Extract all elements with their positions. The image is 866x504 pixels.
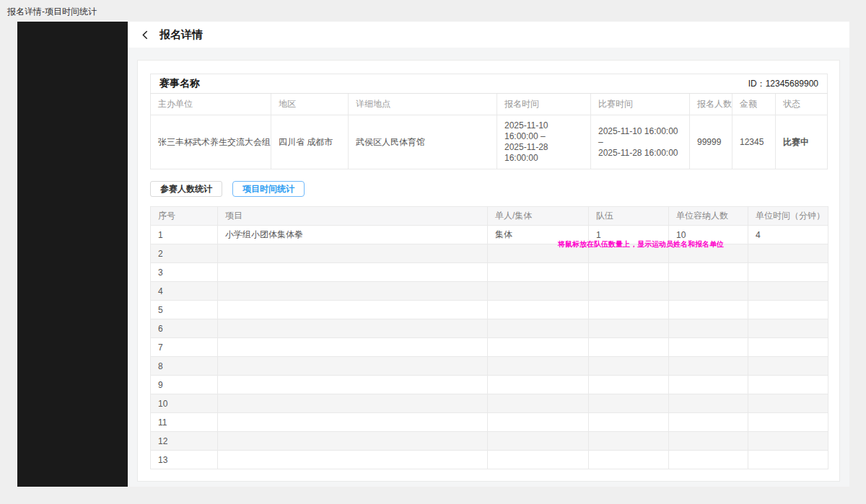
teams-cell [589, 263, 669, 282]
column-header-type: 单人/集体 [488, 207, 589, 226]
minutes-cell: 4 [748, 226, 828, 244]
event-data-row: 张三丰杯武术养生交流大会组委会 四川省 成都市 武侯区人民体育馆 2025-11… [151, 115, 828, 169]
index-cell: 10 [151, 394, 218, 413]
tab-attendance-stats[interactable]: 参赛人数统计 [150, 181, 222, 197]
column-header-organizer: 主办单位 [151, 94, 271, 115]
index-cell: 1 [151, 226, 218, 244]
teams-cell [589, 282, 669, 301]
index-cell: 4 [151, 282, 218, 301]
column-header-project: 项目 [218, 207, 488, 226]
type-cell [488, 413, 589, 432]
index-cell: 5 [151, 301, 218, 319]
back-button[interactable] [140, 30, 151, 40]
capacity-cell [669, 451, 748, 469]
capacity-cell [669, 413, 748, 432]
table-row: 3 [151, 263, 828, 282]
stats-tabs: 参赛人数统计 项目时间统计 [150, 181, 827, 197]
column-header-status: 状态 [776, 94, 828, 115]
index-cell: 6 [151, 319, 218, 338]
header-title: 报名详情 [159, 28, 203, 42]
event-table-header-row: 主办单位 地区 详细地点 报名时间 比赛时间 报名人数 金额 状态 [151, 94, 828, 115]
table-row: 2 [151, 244, 828, 263]
index-cell: 13 [151, 451, 218, 469]
signup-count-cell: 99999 [690, 115, 732, 169]
type-cell: 集体 [488, 226, 589, 244]
minutes-cell [748, 263, 828, 282]
capacity-cell [669, 376, 748, 394]
project-cell [218, 282, 488, 301]
column-header-amount: 金额 [732, 94, 776, 115]
type-cell [488, 282, 589, 301]
minutes-cell [748, 357, 828, 376]
index-cell: 12 [151, 432, 218, 451]
index-cell: 8 [151, 357, 218, 376]
table-row: 8 [151, 357, 828, 376]
teams-cell [589, 338, 669, 357]
tab-project-time-stats[interactable]: 项目时间统计 [232, 181, 305, 197]
venue-cell: 武侯区人民体育馆 [349, 115, 497, 169]
column-header-capacity: 单位容纳人数 [669, 207, 748, 226]
table-row: 9 [151, 376, 828, 394]
main-content: 报名详情 赛事名称 ID：12345689900 主办单位 地区 详细地点 [128, 22, 849, 487]
column-header-match-time: 比赛时间 [591, 94, 690, 115]
column-header-signup-count: 报名人数 [690, 94, 732, 115]
capacity-cell [669, 394, 748, 413]
table-row: 4 [151, 282, 828, 301]
event-table: 赛事名称 ID：12345689900 主办单位 地区 详细地点 报名时间 比赛… [150, 74, 828, 169]
teams-cell [589, 432, 669, 451]
column-header-venue: 详细地点 [349, 94, 497, 115]
event-id: ID：12345689900 [748, 78, 818, 90]
amount-cell: 12345 [732, 115, 776, 169]
project-cell [218, 451, 488, 469]
capacity-cell [669, 301, 748, 319]
event-title: 赛事名称 [159, 77, 200, 90]
chevron-left-icon [140, 30, 151, 40]
project-cell [218, 319, 488, 338]
project-cell [218, 301, 488, 319]
minutes-cell [748, 244, 828, 263]
project-cell [218, 244, 488, 263]
minutes-cell [748, 282, 828, 301]
event-id-label: ID： [748, 79, 766, 89]
capacity-cell [669, 357, 748, 376]
type-cell [488, 451, 589, 469]
teams-cell [589, 394, 669, 413]
column-header-signup-time: 报名时间 [497, 94, 591, 115]
minutes-cell [748, 394, 828, 413]
type-cell [488, 244, 589, 263]
project-cell [218, 263, 488, 282]
project-cell [218, 413, 488, 432]
table-row: 5 [151, 301, 828, 319]
teams-cell[interactable]: 1 [589, 226, 669, 244]
project-cell [218, 394, 488, 413]
teams-cell [589, 413, 669, 432]
project-cell: 小学组小团体集体拳 [218, 226, 488, 244]
capacity-cell [669, 319, 748, 338]
region-cell: 四川省 成都市 [271, 115, 349, 169]
minutes-cell [748, 301, 828, 319]
project-table: 序号 项目 单人/集体 队伍 单位容纳人数 单位时间（分钟） 1 小学组小团体集… [150, 206, 828, 469]
table-row: 12 [151, 432, 828, 451]
match-time-line1: 2025-11-10 16:00:00 – [598, 126, 682, 148]
type-cell [488, 319, 589, 338]
minutes-cell [748, 432, 828, 451]
table-row: 7 [151, 338, 828, 357]
minutes-cell [748, 413, 828, 432]
page-title: 报名详情-项目时间统计 [7, 6, 97, 18]
teams-cell [589, 244, 669, 263]
project-cell [218, 338, 488, 357]
capacity-cell [669, 338, 748, 357]
index-cell: 3 [151, 263, 218, 282]
teams-cell [589, 376, 669, 394]
type-cell [488, 432, 589, 451]
teams-cell [589, 357, 669, 376]
minutes-cell [748, 319, 828, 338]
capacity-cell: 10 [669, 226, 748, 244]
capacity-cell [669, 282, 748, 301]
teams-cell [589, 319, 669, 338]
type-cell [488, 357, 589, 376]
minutes-cell [748, 451, 828, 469]
table-row: 13 [151, 451, 828, 469]
column-header-teams: 队伍 [589, 207, 669, 226]
teams-cell [589, 301, 669, 319]
